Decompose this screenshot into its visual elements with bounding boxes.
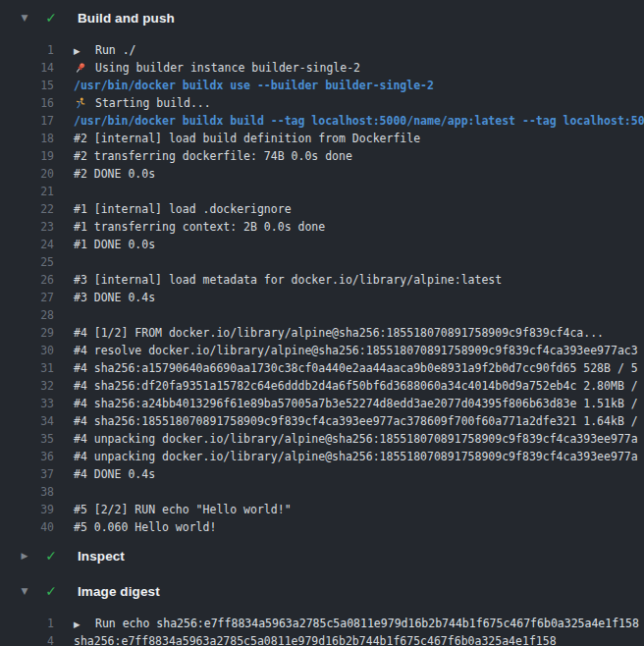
check-success-icon: ✓ [43, 548, 59, 564]
check-success-icon: ✓ [43, 10, 59, 26]
chevron-down-icon: ▼ [19, 13, 30, 23]
line-number[interactable]: 29 [0, 324, 54, 342]
log-line: 32 #4 sha256:df20fa9351a15782c64e6dddb2d… [0, 377, 644, 395]
line-number[interactable]: 4 [0, 632, 54, 646]
line-text: #5 [2/2] RUN echo "Hello world!" [74, 501, 292, 518]
line-number[interactable]: 24 [0, 236, 54, 253]
line-number[interactable]: 20 [0, 165, 54, 183]
log-line: 33 #4 sha256:a24bb4013296f61e89ba57005a7… [0, 395, 644, 412]
line-number[interactable]: 22 [0, 200, 54, 218]
log-line: 34 #4 sha256:185518070891758909c9f839cf4… [0, 412, 644, 430]
line-text: #5 0.060 Hello world! [74, 518, 216, 536]
line-text: #3 DONE 0.4s [74, 289, 155, 306]
line-text: #1 DONE 0.0s [74, 236, 155, 253]
expand-run-icon[interactable]: ▶ [74, 42, 95, 60]
line-text: #4 resolve docker.io/library/alpine@sha2… [74, 342, 638, 359]
section-inspect: ▶ ✓ Inspect [0, 538, 644, 573]
log-line: 21 [0, 183, 644, 200]
line-number[interactable]: 38 [0, 483, 54, 501]
line-text: #2 transferring dockerfile: 74B 0.0s don… [74, 147, 352, 165]
line-number[interactable]: 26 [0, 271, 54, 289]
log-line: 1 ▶Run echo sha256:e7ff8834a5963a2785c5a… [0, 615, 644, 632]
line-number[interactable]: 28 [0, 306, 54, 324]
line-number[interactable]: 21 [0, 183, 54, 200]
line-number[interactable]: 19 [0, 147, 54, 165]
check-success-icon: ✓ [43, 583, 59, 599]
line-text: #1 [internal] load .dockerignore [74, 200, 292, 218]
line-text: #4 unpacking docker.io/library/alpine@sh… [74, 430, 638, 448]
line-text: /usr/bin/docker buildx build --tag local… [74, 112, 644, 130]
line-text: Starting build... [74, 94, 211, 112]
section-image-digest: ▼ ✓ Image digest 1 ▶Run echo sha256:e7ff… [0, 573, 644, 646]
section-log-lines: 1 ▶Run ./ 14 Using builder instance buil… [0, 35, 644, 538]
log-line: 24 #1 DONE 0.0s [0, 236, 644, 253]
line-number[interactable]: 1 [0, 41, 54, 59]
line-text: #3 [internal] load metadata for docker.i… [74, 271, 502, 289]
line-number[interactable]: 32 [0, 377, 54, 395]
log-line: 29 #4 [1/2] FROM docker.io/library/alpin… [0, 324, 644, 342]
chevron-down-icon: ▼ [19, 586, 30, 596]
line-number[interactable]: 39 [0, 501, 54, 518]
line-number[interactable]: 23 [0, 218, 54, 236]
log-line: 19 #2 transferring dockerfile: 74B 0.0s … [0, 147, 644, 165]
log-line: 40 #5 0.060 Hello world! [0, 518, 644, 536]
log-line: 30 #4 resolve docker.io/library/alpine@s… [0, 342, 644, 359]
line-text: Using builder instance builder-single-2 [74, 59, 360, 77]
log-line: 38 [0, 483, 644, 501]
line-text: #1 transferring context: 2B 0.0s done [74, 218, 325, 236]
log-line: 25 [0, 253, 644, 271]
section-title: Build and push [78, 11, 175, 26]
line-number[interactable]: 25 [0, 253, 54, 271]
log-line: 20 #2 DONE 0.0s [0, 165, 644, 183]
log-line: 18 #2 [internal] load build definition f… [0, 130, 644, 147]
expand-run-icon[interactable]: ▶ [74, 616, 95, 633]
line-number[interactable]: 34 [0, 412, 54, 430]
log-line: 26 #3 [internal] load metadata for docke… [0, 271, 644, 289]
line-number[interactable]: 15 [0, 77, 54, 94]
line-text: #4 DONE 0.4s [74, 465, 155, 483]
log-line: 39 #5 [2/2] RUN echo "Hello world!" [0, 501, 644, 518]
line-number[interactable]: 17 [0, 112, 54, 130]
line-number[interactable]: 16 [0, 94, 54, 112]
line-number[interactable]: 14 [0, 59, 54, 77]
line-text: #4 sha256:185518070891758909c9f839cf4ca3… [74, 412, 638, 430]
line-number[interactable]: 1 [0, 615, 54, 632]
log-line: 14 Using builder instance builder-single… [0, 59, 644, 77]
line-text: #4 sha256:a15790640a6690aa1730c38cf0a440… [74, 359, 638, 377]
line-number[interactable]: 37 [0, 465, 54, 483]
line-text: sha256:e7ff8834a5963a2785c5a0811e979d16b… [74, 632, 557, 646]
section-header-inspect[interactable]: ▶ ✓ Inspect [0, 538, 644, 573]
section-log-lines: 1 ▶Run echo sha256:e7ff8834a5963a2785c5a… [0, 609, 644, 646]
runner-icon [74, 95, 95, 113]
log-line: 15 /usr/bin/docker buildx use --builder … [0, 77, 644, 94]
line-number[interactable]: 36 [0, 448, 54, 465]
line-text: #4 sha256:a24bb4013296f61e89ba57005a7b3e… [74, 395, 638, 412]
line-number[interactable]: 18 [0, 130, 54, 147]
line-text: ▶Run ./ [74, 41, 136, 59]
line-text: #2 [internal] load build definition from… [74, 130, 420, 147]
log-line: 37 #4 DONE 0.4s [0, 465, 644, 483]
line-text: ▶Run echo sha256:e7ff8834a5963a2785c5a08… [74, 615, 639, 632]
line-text: #2 DONE 0.0s [74, 165, 155, 183]
log-line: 17 /usr/bin/docker buildx build --tag lo… [0, 112, 644, 130]
line-text: /usr/bin/docker buildx use --builder bui… [74, 77, 434, 94]
line-number[interactable]: 31 [0, 359, 54, 377]
section-header-image-digest[interactable]: ▼ ✓ Image digest [0, 573, 644, 609]
log-line: 28 [0, 306, 644, 324]
log-line: 1 ▶Run ./ [0, 41, 644, 59]
line-number[interactable]: 40 [0, 518, 54, 536]
line-text: #4 [1/2] FROM docker.io/library/alpine@s… [74, 324, 604, 342]
line-text: #4 sha256:df20fa9351a15782c64e6dddb2d4a6… [74, 377, 638, 395]
pushpin-icon [74, 60, 95, 78]
line-number[interactable]: 30 [0, 342, 54, 359]
section-header-build-and-push[interactable]: ▼ ✓ Build and push [0, 0, 644, 35]
line-number[interactable]: 35 [0, 430, 54, 448]
chevron-right-icon: ▶ [19, 551, 30, 561]
section-title: Inspect [78, 549, 125, 564]
line-text: #4 unpacking docker.io/library/alpine@sh… [74, 448, 638, 465]
log-line: 31 #4 sha256:a15790640a6690aa1730c38cf0a… [0, 359, 644, 377]
line-number[interactable]: 33 [0, 395, 54, 412]
workflow-log: ▼ ✓ Build and push 1 ▶Run ./ 14 Using bu… [0, 0, 644, 646]
log-line: 22 #1 [internal] load .dockerignore [0, 200, 644, 218]
line-number[interactable]: 27 [0, 289, 54, 306]
